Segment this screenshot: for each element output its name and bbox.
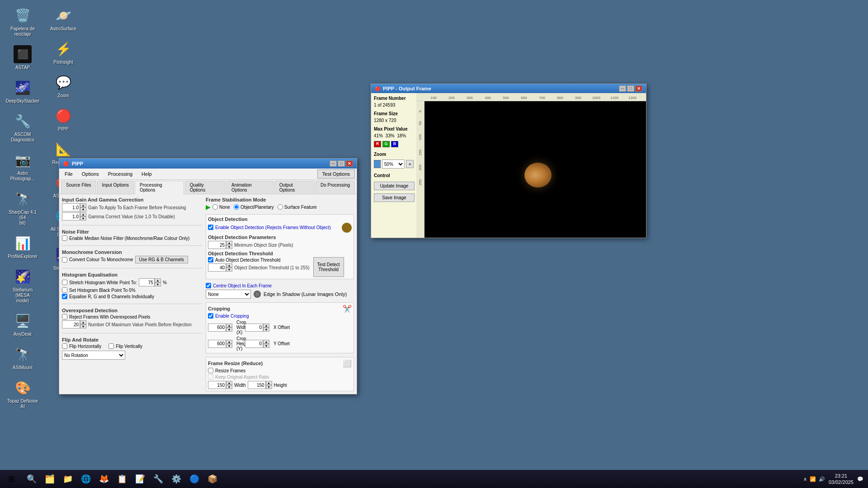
gamma-up-btn[interactable]: ▲ [80, 212, 86, 216]
desktop-icon-sharpcap[interactable]: 🔭 SharpCap 4.1 (64bit) [5, 188, 41, 228]
tray-volume[interactable]: 🔊 [819, 476, 825, 482]
taskbar-search[interactable]: 🔍 [23, 470, 41, 488]
gain-down-btn[interactable]: ▼ [80, 207, 86, 211]
menu-options[interactable]: Options [78, 170, 103, 178]
tab-do-processing[interactable]: Do Processing [316, 181, 355, 194]
x-offset-down[interactable]: ▼ [263, 328, 269, 332]
crop-height-input[interactable] [208, 340, 226, 348]
min-obj-down[interactable]: ▼ [226, 245, 232, 249]
flip-v-checkbox[interactable] [108, 343, 114, 349]
desktop-icon-astap[interactable]: ⬛ ASTAP [5, 43, 41, 72]
stretch-down-btn[interactable]: ▼ [155, 282, 161, 286]
stretch-checkbox[interactable] [62, 280, 67, 285]
zoom-plus-btn[interactable]: + [406, 160, 414, 168]
crop-height-up[interactable]: ▲ [226, 340, 232, 344]
pipp-restore-btn[interactable]: □ [338, 160, 345, 167]
auto-threshold-checkbox[interactable] [208, 257, 213, 263]
taskbar-app1[interactable]: 📋 [113, 470, 131, 488]
flip-h-checkbox[interactable] [62, 343, 67, 349]
y-offset-input[interactable] [245, 340, 263, 348]
stab-planetary-radio[interactable] [234, 204, 239, 210]
rgb-channels-btn[interactable]: Use RG & B Channels [135, 256, 189, 263]
zoom-select[interactable]: 50% 25% 100% [382, 160, 405, 169]
desktop-icon-papelera[interactable]: 🗑️ Papelera dereciclaje [5, 5, 41, 39]
desktop-icon-profile[interactable]: 📊 ProfileExplorer [5, 232, 41, 261]
stab-surface-radio[interactable] [278, 204, 283, 210]
test-options-button[interactable]: Test Options [317, 169, 355, 178]
desktop-icon-ascom[interactable]: 🔧 ASCOMDiagnostics [5, 110, 41, 145]
test-detect-threshold-btn[interactable]: Test Detect Threshold [313, 257, 344, 277]
taskbar-app5[interactable]: 🔵 [185, 470, 203, 488]
y-offset-down[interactable]: ▼ [263, 344, 269, 348]
desktop-icon-topaz[interactable]: 🎨 Topaz DeNoise AI [5, 377, 41, 411]
stretch-value-input[interactable] [139, 278, 155, 286]
overexposed-up-btn[interactable]: ▲ [80, 320, 86, 324]
gamma-input[interactable] [62, 212, 80, 221]
start-button[interactable]: ⊞ [0, 470, 23, 488]
taskbar-file-explorer[interactable]: 📁 [59, 470, 77, 488]
taskbar-app6[interactable]: 📦 [203, 470, 222, 488]
crop-width-input[interactable] [208, 324, 226, 332]
tab-output-options[interactable]: Output Options [274, 181, 315, 194]
taskbar-app4[interactable]: ⚙️ [167, 470, 185, 488]
desktop-icon-astrosurface[interactable]: 🪐 AstroSurface [45, 5, 81, 33]
taskbar-firefox[interactable]: 🦊 [95, 470, 113, 488]
rotation-select[interactable]: No Rotation 90 Degrees 180 Degrees 270 D… [62, 351, 125, 360]
taskbar-app3[interactable]: 🔧 [149, 470, 167, 488]
desktop-icon-deepsky[interactable]: 🌌 DeepSkyStacker [5, 77, 41, 106]
tab-quality-options[interactable]: Quality Options [185, 181, 226, 194]
overexposed-value-input[interactable] [62, 320, 80, 328]
gamma-down-btn[interactable]: ▼ [80, 216, 86, 221]
equalise-checkbox[interactable] [62, 294, 67, 299]
min-obj-input[interactable] [208, 241, 226, 249]
desktop-icon-pipp[interactable]: 🔴 PIPP [45, 105, 81, 134]
crop-width-up[interactable]: ▲ [226, 324, 232, 328]
centre-object-checkbox[interactable] [206, 283, 211, 288]
overexposed-checkbox[interactable] [62, 314, 67, 319]
desktop-icon-stellarium[interactable]: 🌠 Stellarium (MESAmode) [5, 266, 41, 305]
x-offset-up[interactable]: ▲ [263, 324, 269, 328]
stab-none-radio[interactable] [212, 204, 218, 210]
resize-width-input[interactable] [208, 381, 226, 389]
black-point-checkbox[interactable] [62, 287, 67, 293]
pipp-minimize-btn[interactable]: ─ [330, 160, 337, 167]
save-image-btn[interactable]: Save Image [374, 193, 415, 202]
tray-chevron[interactable]: ∧ [803, 476, 807, 482]
resize-width-down[interactable]: ▼ [226, 385, 232, 389]
threshold-value-input[interactable] [208, 263, 226, 272]
crop-width-down[interactable]: ▼ [226, 328, 232, 332]
aspect-ratio-checkbox[interactable] [208, 374, 213, 380]
stretch-up-btn[interactable]: ▲ [155, 278, 161, 282]
taskbar-app2[interactable]: 📝 [131, 470, 149, 488]
resize-width-up[interactable]: ▲ [226, 381, 232, 385]
y-offset-up[interactable]: ▲ [263, 340, 269, 344]
tab-processing-options[interactable]: Processing Options [135, 181, 184, 194]
taskbar-edge[interactable]: 🌐 [77, 470, 95, 488]
zoom-color-btn[interactable] [374, 160, 381, 168]
output-minimize-btn[interactable]: ─ [619, 85, 626, 92]
gain-up-btn[interactable]: ▲ [80, 203, 86, 207]
desktop-icon-asimount[interactable]: 🔭 ASIMount [5, 343, 41, 372]
crop-height-down[interactable]: ▼ [226, 344, 232, 348]
update-image-btn[interactable]: Update Image [374, 182, 415, 190]
taskbar-task-view[interactable]: 🗂️ [41, 470, 59, 488]
overexposed-down-btn[interactable]: ▼ [80, 324, 86, 328]
resize-height-down[interactable]: ▼ [266, 385, 272, 389]
threshold-down[interactable]: ▼ [226, 267, 232, 272]
tab-source-files[interactable]: Source Files [61, 181, 96, 194]
tab-animation-options[interactable]: Animation Options [226, 181, 274, 194]
monochrome-checkbox[interactable] [62, 257, 67, 263]
tab-input-options[interactable]: Input Options [97, 181, 134, 194]
menu-processing[interactable]: Processing [104, 170, 136, 178]
desktop-icon-zoom[interactable]: 💬 Zoom [45, 71, 81, 100]
enable-detect-checkbox[interactable] [208, 225, 213, 230]
output-close-btn[interactable]: ✕ [635, 85, 642, 92]
pipp-close-btn[interactable]: ✕ [346, 160, 353, 167]
min-obj-up[interactable]: ▲ [226, 241, 232, 245]
menu-file[interactable]: File [61, 170, 76, 178]
threshold-up[interactable]: ▲ [226, 263, 232, 267]
desktop-icon-pixinsight[interactable]: ⚡ PixInsight [45, 38, 81, 67]
x-offset-input[interactable] [245, 324, 263, 332]
gain-input[interactable] [62, 203, 80, 211]
enable-cropping-checkbox[interactable] [208, 313, 213, 319]
